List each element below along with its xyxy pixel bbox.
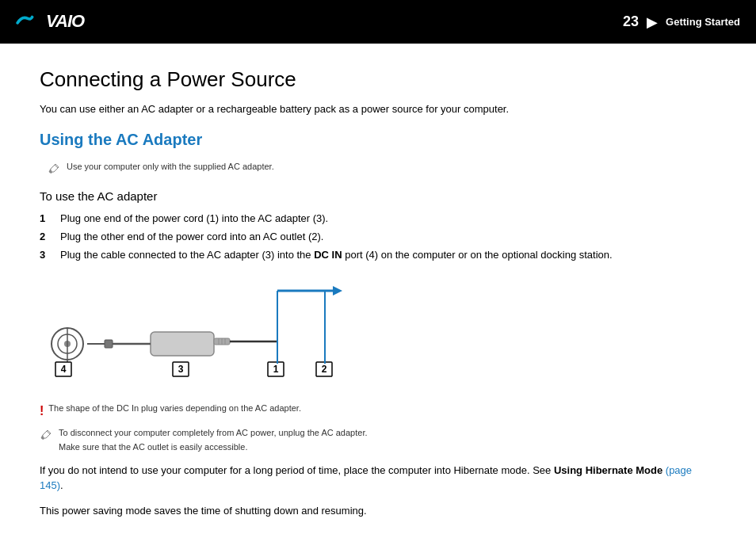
diagram-container: 4 3 1 2 bbox=[40, 277, 716, 387]
step-2-text: Plug the other end of the power cord int… bbox=[60, 231, 716, 242]
ac-adapter-diagram: 4 3 1 2 bbox=[40, 277, 372, 387]
note-1-text: Use your computer only with the supplied… bbox=[67, 162, 274, 171]
step-1: 1 Plug one end of the power cord (1) int… bbox=[40, 212, 716, 224]
step-2-num: 2 bbox=[40, 231, 51, 242]
step-3-bold: DC IN bbox=[314, 249, 342, 261]
step-1-text: Plug one end of the power cord (1) into … bbox=[60, 212, 716, 224]
header-right: 23 ▶ Getting Started bbox=[623, 13, 740, 31]
note-2-texts: To disconnect your computer completely f… bbox=[59, 428, 368, 452]
para-power-saving: This power saving mode saves the time of… bbox=[40, 503, 716, 519]
svg-text:VAIO: VAIO bbox=[46, 11, 85, 31]
vaio-checkmark-icon bbox=[16, 13, 41, 32]
note-block-1: Use your computer only with the supplied… bbox=[48, 162, 716, 178]
para-hibernate-pre: If you do not intend to use your compute… bbox=[40, 464, 554, 476]
step-3-num: 3 bbox=[40, 249, 51, 261]
step-3: 3 Plug the cable connected to the AC ada… bbox=[40, 249, 716, 261]
warning-icon: ! bbox=[40, 403, 44, 420]
arrow-icon: ▶ bbox=[647, 13, 658, 31]
step-3-post: port (4) on the computer or on the optio… bbox=[342, 249, 613, 261]
pencil-icon-2 bbox=[40, 429, 52, 444]
subsection-title: To use the AC adapter bbox=[40, 189, 716, 203]
para-hibernate-bold: Using Hibernate Mode bbox=[554, 464, 662, 476]
page-title: Connecting a Power Source bbox=[40, 67, 716, 92]
note-2-line1: To disconnect your computer completely f… bbox=[59, 428, 368, 437]
steps-list: 1 Plug one end of the power cord (1) int… bbox=[40, 212, 716, 261]
step-1-num: 1 bbox=[40, 212, 51, 224]
note-block-2: To disconnect your computer completely f… bbox=[40, 428, 716, 452]
svg-marker-3 bbox=[333, 286, 342, 296]
page-number: 23 bbox=[623, 13, 639, 30]
svg-text:4: 4 bbox=[61, 364, 67, 375]
step-2: 2 Plug the other end of the power cord i… bbox=[40, 231, 716, 242]
content-area: Connecting a Power Source You can use ei… bbox=[0, 44, 756, 534]
section-label: Getting Started bbox=[666, 16, 740, 28]
svg-text:3: 3 bbox=[178, 364, 184, 375]
note-2-line2: Make sure that the AC outlet is easily a… bbox=[59, 442, 368, 452]
section-heading: Using the AC Adapter bbox=[40, 131, 716, 149]
vaio-logo: VAIO bbox=[16, 8, 109, 36]
svg-text:1: 1 bbox=[273, 364, 279, 375]
warning-block: ! The shape of the DC In plug varies dep… bbox=[40, 403, 716, 420]
pencil-icon bbox=[48, 162, 60, 178]
intro-paragraph: You can use either an AC adapter or a re… bbox=[40, 103, 716, 115]
svg-rect-8 bbox=[151, 332, 214, 356]
warning-text: The shape of the DC In plug varies depen… bbox=[48, 403, 301, 413]
svg-text:2: 2 bbox=[322, 364, 327, 375]
step-3-pre: Plug the cable connected to the AC adapt… bbox=[60, 249, 314, 261]
header: VAIO 23 ▶ Getting Started bbox=[0, 0, 756, 44]
svg-rect-13 bbox=[105, 340, 113, 348]
bottom-paragraphs: If you do not intend to use your compute… bbox=[40, 463, 716, 519]
vaio-text-logo: VAIO bbox=[46, 8, 109, 36]
step-3-text: Plug the cable connected to the AC adapt… bbox=[60, 249, 716, 261]
para-hibernate: If you do not intend to use your compute… bbox=[40, 463, 716, 494]
para-hibernate-end: . bbox=[60, 479, 63, 491]
